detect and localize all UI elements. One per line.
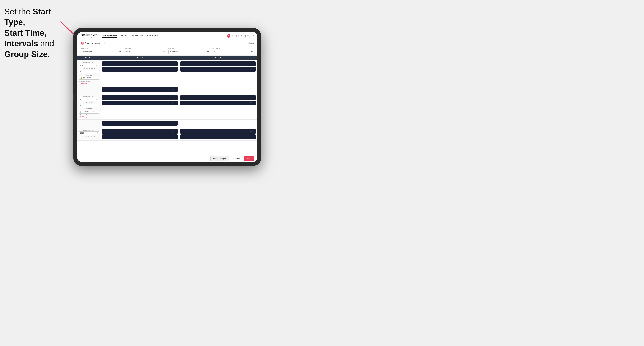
start-type-label: Start Type (81, 48, 122, 49)
reset-button[interactable]: Reset Changes (210, 156, 229, 161)
team-slot: ✕ ⛶ (180, 129, 256, 134)
starting-time-label-2: STARTING TIME: (79, 96, 99, 97)
tee-time-cell-2: STARTING TIME: 10:10 ⏱ STARTING HOLE: 1 … (77, 94, 101, 119)
team1-course-cell-1: ✕ ⛶ (101, 86, 179, 94)
start-type-group: Start Type 1st Tee Start Shotgun Start (81, 48, 122, 54)
clock-icon: ⏱ (163, 51, 165, 53)
team1-course-cell-2: ✕ ⛶ (101, 120, 179, 128)
instruction-bold3: Intervals (4, 39, 38, 48)
team2-course-cell-2 (179, 120, 257, 128)
start-time-label: Start Time (125, 47, 166, 49)
team-slot: ✕ ⛶ (180, 95, 256, 100)
nav-rankings[interactable]: RANKINGS (147, 34, 158, 38)
add-group-btn-2[interactable]: +Add Group (79, 116, 99, 118)
table-container: Tee Time Team 1 Team 2 STARTING TIME: 10… (77, 56, 257, 155)
th-tee-time: Tee Time (77, 56, 101, 60)
group-size-select[interactable]: 3 2 4 (212, 50, 254, 54)
table-row: STARTING TIME: 10:20 ⏱ STARTING HOLE: ✕ … (77, 128, 257, 141)
team-slot: ✕ ⛶ (102, 101, 178, 105)
instruction-suffix3: and (38, 39, 54, 48)
logo-subtext: Powered by clipp (81, 36, 97, 38)
starting-time-label-3: STARTING TIME: (79, 130, 99, 131)
sign-out-link[interactable]: Sign out (248, 35, 254, 37)
course-chevron-1: ⌄ (97, 77, 98, 79)
tablet-device: SCOREBOARD Powered by clipp TOURNAMENTS … (73, 28, 261, 166)
starting-hole-label-1: STARTING HOLE: (79, 68, 99, 70)
team2-course-cell-1 (179, 86, 257, 94)
starting-hole-value-2: 1 ⌄ (79, 104, 99, 107)
th-team2: Team 2 (179, 56, 257, 60)
back-button[interactable]: ‹ Back (248, 42, 254, 44)
team1-cell-1: ✕ ⛶ ✕ ⛶ (101, 60, 179, 86)
course-icon-2: 🏌 (80, 111, 82, 113)
course-label-2: COURSE: (79, 108, 99, 110)
starting-time-label-1: STARTING TIME: (79, 62, 99, 63)
intervals-select[interactable]: 10 Minutes 8 Minutes 12 Minutes (168, 50, 210, 54)
save-button[interactable]: Save (244, 156, 254, 161)
starting-hole-label-2: STARTING HOLE: (79, 102, 99, 103)
nav-right: B blair@clippd.io | Sign out (227, 34, 254, 38)
start-time-input[interactable] (125, 50, 166, 54)
table-row: STARTING TIME: 10:10 ⏱ STARTING HOLE: 1 … (77, 94, 257, 120)
start-time-group: Start Time ⏱ (125, 47, 166, 54)
clock-icon-1: ⏱ (96, 64, 98, 66)
chevron-icon-1: ⌄ (96, 71, 98, 73)
team-slot: ✕ ⛶ (180, 61, 256, 66)
team-slot: ✕ ⛶ (102, 121, 178, 126)
group-size-label: Group Size (212, 48, 254, 49)
nav-tournaments[interactable]: TOURNAMENTS (102, 34, 117, 38)
instruction-bold2: Start Time, (4, 28, 46, 37)
add-group-btn-1[interactable]: +Add Group (79, 82, 99, 84)
team-slot: ✕ ⛶ (180, 101, 256, 105)
tablet-screen: SCOREBOARD Powered by clipp TOURNAMENTS … (77, 32, 257, 162)
action-bar: Reset Changes Cancel Save (77, 155, 257, 162)
team-slot: ✕ ⛶ (180, 67, 256, 72)
breadcrumb-tournament[interactable]: Clippd Invitational (85, 42, 100, 44)
team2-cell-3: ✕ ⛶ ✕ ⛶ (179, 128, 257, 141)
course-remove-1[interactable]: × (94, 77, 96, 79)
breadcrumb-bar: C Clippd Invitational › Hosting ‹ Back (77, 40, 257, 46)
course-icon-1: ⛳ (80, 77, 82, 79)
group-size-group: Group Size 3 2 4 (212, 48, 254, 54)
nav-links: TOURNAMENTS TEAMS COMMITTEE RANKINGS (102, 34, 227, 38)
instruction-prefix: Set the (4, 7, 32, 16)
tablet-side-button (73, 94, 74, 100)
course-chevron-2: ⌄ (95, 111, 96, 113)
team-slot: ✕ ⛶ (102, 95, 178, 100)
logo: SCOREBOARD Powered by clipp (81, 34, 97, 38)
starting-time-value-3: 10:20 ⏱ (79, 131, 99, 135)
cancel-button[interactable]: Cancel (231, 156, 242, 161)
nav-committee[interactable]: COMMITTEE (132, 34, 144, 38)
team2-cell-2: ✕ ⛶ ✕ ⛶ (179, 94, 257, 119)
sign-out-separator: | (245, 35, 246, 37)
user-email: blair@clippd.io (232, 35, 244, 37)
team2-cell-1: ✕ ⛶ ✕ ⛶ (179, 60, 257, 86)
breadcrumb-logo: C (81, 42, 84, 45)
instruction-text: Set the Start Type, Start Time, Interval… (4, 6, 73, 60)
remove-group-btn-2[interactable]: ○Remove Group (79, 114, 99, 116)
intervals-label: Intervals (168, 48, 210, 49)
course-name-1: (A) Peachtree GC (83, 76, 94, 79)
chevron-icon-2: ⌄ (96, 105, 98, 106)
remove-group-btn-1[interactable]: ○Remove Group (79, 80, 99, 82)
team1-cell-3: ✕ ⛶ ✕ ⛶ (101, 128, 179, 141)
instruction-suffix4: . (48, 50, 50, 59)
navbar: SCOREBOARD Powered by clipp TOURNAMENTS … (77, 32, 257, 40)
th-team1: Team 1 (101, 56, 179, 60)
nav-teams[interactable]: TEAMS (121, 34, 128, 38)
team-slot: ✕ ⛶ (102, 135, 178, 139)
clock-icon-3: ⏱ (96, 132, 98, 134)
course-tag-2: 🏌 East Lake GC × ⌄ (79, 110, 99, 114)
tee-time-cell-1: STARTING TIME: 10:00 ⏱ STARTING HOLE: 1 … (77, 60, 101, 86)
starting-hole-value-1: 1 ⌄ (79, 70, 99, 73)
tee-time-cell-3: STARTING TIME: 10:20 ⏱ STARTING HOLE: (77, 128, 101, 141)
breadcrumb-section: Hosting (104, 42, 110, 44)
team-slot: ✕ ⛶ (102, 67, 178, 72)
start-type-select[interactable]: 1st Tee Start Shotgun Start (81, 50, 122, 54)
intervals-group: Intervals 10 Minutes 8 Minutes 12 Minute… (168, 48, 210, 54)
team-slot: ✕ ⛶ (102, 129, 178, 134)
course-remove-2[interactable]: × (93, 111, 94, 113)
team-slot: ✕ ⛶ (102, 61, 178, 66)
course-label-1: COURSE: (79, 74, 99, 76)
user-avatar: B (227, 34, 230, 38)
